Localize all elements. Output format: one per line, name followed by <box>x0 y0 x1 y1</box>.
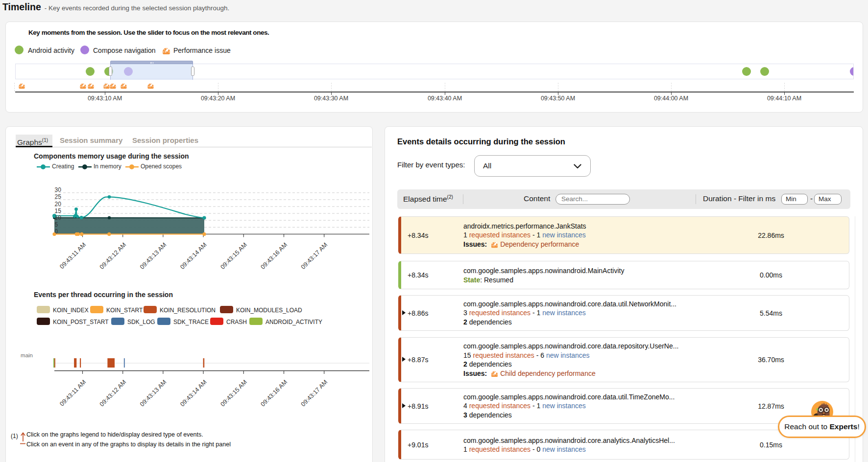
svg-text:0: 0 <box>55 228 58 235</box>
svg-text:09:43:12 AM: 09:43:12 AM <box>98 379 128 408</box>
svg-text:09:43:14 AM: 09:43:14 AM <box>179 241 208 271</box>
svg-text:09:43:17 AM: 09:43:17 AM <box>300 241 329 271</box>
svg-text:5: 5 <box>55 221 58 228</box>
svg-text:09:43:15 AM: 09:43:15 AM <box>219 379 248 408</box>
svg-text:10: 10 <box>55 214 62 221</box>
svg-text:09:43:16 AM: 09:43:16 AM <box>260 241 289 271</box>
svg-text:09:43:13 AM: 09:43:13 AM <box>139 241 168 271</box>
svg-text:09:43:15 AM: 09:43:15 AM <box>219 241 248 271</box>
svg-text:30: 30 <box>55 186 62 193</box>
svg-text:09:43:11 AM: 09:43:11 AM <box>58 379 87 408</box>
svg-text:09:43:13 AM: 09:43:13 AM <box>139 379 168 408</box>
svg-text:09:43:17 AM: 09:43:17 AM <box>300 379 329 408</box>
svg-text:25: 25 <box>55 193 62 200</box>
svg-text:20: 20 <box>55 201 62 208</box>
svg-text:15: 15 <box>55 208 62 214</box>
svg-text:09:43:14 AM: 09:43:14 AM <box>179 379 208 408</box>
svg-text:main: main <box>21 352 33 358</box>
svg-text:09:43:12 AM: 09:43:12 AM <box>98 241 128 271</box>
svg-text:09:43:16 AM: 09:43:16 AM <box>260 379 289 408</box>
svg-text:09:43:11 AM: 09:43:11 AM <box>58 241 87 270</box>
